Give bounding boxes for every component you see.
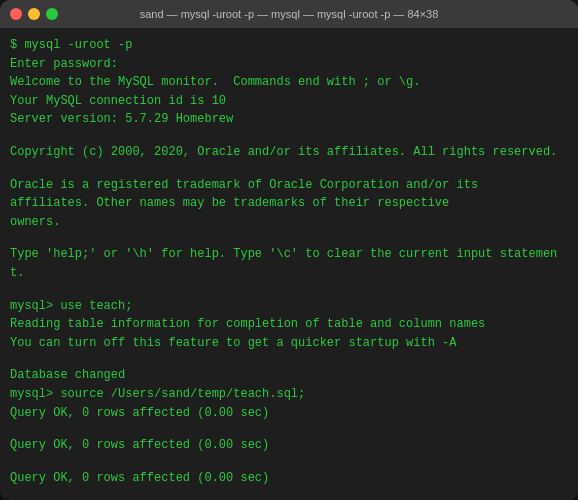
empty-line (10, 455, 568, 469)
output-line: affiliates. Other names may be trademark… (10, 194, 568, 213)
output-line: Database changed (10, 366, 568, 385)
output-line: Copyright (c) 2000, 2020, Oracle and/or … (10, 143, 568, 162)
window-title: sand — mysql -uroot -p — mysql — mysql -… (140, 8, 439, 20)
minimize-button[interactable] (28, 8, 40, 20)
output-line: Enter password: (10, 55, 568, 74)
title-bar: sand — mysql -uroot -p — mysql — mysql -… (0, 0, 578, 28)
mysql-prompt-line: mysql> use teach; (10, 297, 568, 316)
output-line: Query OK, 0 rows affected (0.00 sec) (10, 436, 568, 455)
output-line: Query OK, 0 rows affected (0.00 sec) (10, 469, 568, 488)
traffic-lights (10, 8, 58, 20)
mysql-prompt-line: mysql> source /Users/sand/temp/teach.sql… (10, 385, 568, 404)
empty-line (10, 129, 568, 143)
empty-line (10, 422, 568, 436)
output-line: Query OK, 0 rows affected (0.00 sec) (10, 404, 568, 423)
terminal-window: sand — mysql -uroot -p — mysql — mysql -… (0, 0, 578, 500)
empty-line (10, 162, 568, 176)
output-line: You can turn off this feature to get a q… (10, 334, 568, 353)
empty-line (10, 283, 568, 297)
close-button[interactable] (10, 8, 22, 20)
output-line: Reading table information for completion… (10, 315, 568, 334)
empty-line (10, 352, 568, 366)
terminal-body[interactable]: $ mysql -uroot -pEnter password:Welcome … (0, 28, 578, 500)
output-line: Server version: 5.7.29 Homebrew (10, 110, 568, 129)
output-line: owners. (10, 213, 568, 232)
empty-line (10, 487, 568, 500)
output-line: Welcome to the MySQL monitor. Commands e… (10, 73, 568, 92)
output-line: Oracle is a registered trademark of Orac… (10, 176, 568, 195)
maximize-button[interactable] (46, 8, 58, 20)
empty-line (10, 231, 568, 245)
prompt-line: $ mysql -uroot -p (10, 36, 568, 55)
output-line: Type 'help;' or '\h' for help. Type '\c'… (10, 245, 568, 282)
output-line: Your MySQL connection id is 10 (10, 92, 568, 111)
